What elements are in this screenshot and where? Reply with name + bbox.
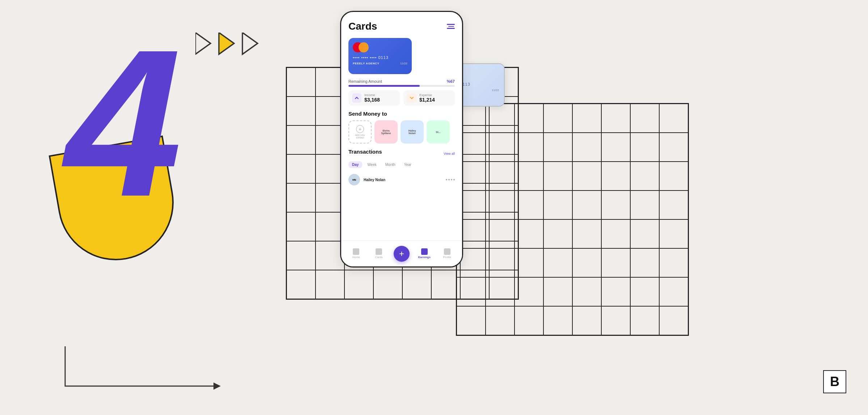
corner-arrow [62,343,228,393]
grid-cell [601,162,630,191]
income-expense: Income $3,168 Expense $1,214 [348,90,455,106]
expense-info: Expense $1,214 [419,93,435,103]
nav-plus-button[interactable]: + [394,246,410,262]
grid-cell [630,133,659,162]
amount-dot [446,179,447,180]
grid-cell [601,133,630,162]
transactions-tabs: Day Week Month Year [348,161,455,168]
play-arrows [195,33,275,61]
contact-name-elvira: ElviraSpillane [380,128,393,136]
page-title: Cards [348,21,377,32]
grid-cell [659,104,688,133]
remaining-percent: %67 [447,79,455,84]
grid-right [456,103,689,336]
nav-home[interactable]: Home [348,248,364,259]
large-number: 4 [65,18,182,228]
tab-day[interactable]: Day [348,161,362,168]
grid-cell [486,277,515,306]
phone-mockup: Cards •••• •••• •••• 0113 PEEELY AGENCY … [340,11,463,268]
svg-marker-0 [195,33,211,54]
remaining-section: Remaining Amount %67 [348,79,455,87]
progress-bar-fill [348,85,420,87]
expense-box[interactable]: Expense $1,214 [403,90,455,106]
expense-label: Expense [419,93,435,97]
grid-cell [515,191,543,219]
grid-cell [659,162,688,191]
grid-cell [316,270,344,299]
view-all-link[interactable]: View all [444,152,455,155]
filter-line-3 [447,28,455,29]
progress-bar-bg [348,85,455,87]
bottom-nav: Home Cards + Earnings Profile [341,240,462,266]
svg-marker-1 [219,33,234,54]
grid-cell [287,241,316,270]
grid-cell [344,270,373,299]
add-contact-button[interactable]: + Add newcontact [348,120,372,144]
grid-cell [601,277,630,306]
grid-cell [659,277,688,306]
phone-header: Cards [348,21,455,32]
nav-cards[interactable]: Cards [371,248,387,259]
grid-cell [572,162,601,191]
contact-avatar-elvira[interactable]: ElviraSpillane [374,120,398,144]
filter-button[interactable] [447,24,455,29]
send-money-section: Send Money to + Add newcontact ElviraSpi… [348,111,455,144]
contact-name-st: St... [435,129,442,135]
tab-month[interactable]: Month [382,161,399,168]
phone-screen: Cards •••• •••• •••• 0113 PEEELY AGENCY … [341,12,462,266]
expense-value: $1,214 [419,97,435,103]
grid-cell [402,270,431,299]
grid-cell [630,104,659,133]
transaction-name: Hailey Nolan [364,178,385,182]
nav-home-label: Home [352,256,360,259]
nav-profile[interactable]: Profile [439,248,455,259]
home-icon [353,248,359,255]
amount-dot [453,179,455,180]
filter-line-1 [447,24,455,25]
add-contact-label: Add newcontact [355,134,365,139]
contact-avatar-hailey[interactable]: HaileyNolan [401,120,424,144]
transactions-title: Transactions [348,149,382,155]
grid-cell [659,219,688,248]
grid-cell [486,104,515,133]
contact-avatar-st[interactable]: St... [427,120,450,144]
income-box[interactable]: Income $3,168 [348,90,400,106]
grid-cell [543,133,572,162]
grid-cell [287,154,316,183]
grid-cell [630,306,659,335]
grid-cell [601,306,630,335]
credit-card-blue[interactable]: •••• •••• •••• 0113 PEEELY AGENCY 11/22 [348,38,412,74]
grid-cell [630,277,659,306]
earnings-icon [421,248,428,255]
grid-cell [601,104,630,133]
card-expiry-blue: 11/22 [400,62,407,65]
grid-cell [572,104,601,133]
svg-marker-2 [242,33,258,54]
tab-week[interactable]: Week [364,161,380,168]
grid-cell [543,277,572,306]
grid-cell [287,183,316,212]
grid-cell [543,248,572,277]
grid-cell [630,219,659,248]
card-name-blue: PEEELY AGENCY [353,62,379,65]
grid-cell [287,68,316,97]
nav-earnings-label: Earnings [418,256,431,259]
grid-cell [630,162,659,191]
mc-orange-circle [359,42,369,52]
grid-cell [543,306,572,335]
tab-year[interactable]: Year [401,161,415,168]
grid-cell [543,191,572,219]
profile-icon [444,248,450,255]
grid-cell [515,248,543,277]
grid-cell [601,248,630,277]
grid-cell [543,219,572,248]
nav-earnings[interactable]: Earnings [416,248,432,259]
remaining-header: Remaining Amount %67 [348,79,455,84]
overlay-card-expiry: 11/22 [492,89,499,92]
amount-dot [451,179,452,180]
contacts-row: + Add newcontact ElviraSpillane HaileyNo… [348,120,455,144]
add-contact-plus-icon: + [356,125,364,133]
filter-line-2 [448,26,454,27]
expense-arrow [407,93,416,103]
grid-cell [457,277,486,306]
